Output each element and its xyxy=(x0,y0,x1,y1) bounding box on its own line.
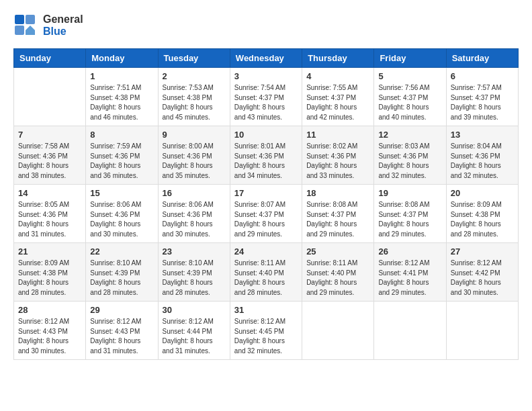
day-number: 27 xyxy=(451,246,514,257)
day-number: 29 xyxy=(90,305,153,315)
day-info: Sunrise: 8:11 AMSunset: 4:40 PMDaylight:… xyxy=(234,259,298,298)
day-info: Sunrise: 8:12 AMSunset: 4:42 PMDaylight:… xyxy=(451,259,514,298)
day-number: 11 xyxy=(306,130,369,140)
calendar-cell: 8Sunrise: 7:59 AMSunset: 4:36 PMDaylight… xyxy=(86,126,158,185)
calendar-cell: 11Sunrise: 8:02 AMSunset: 4:36 PMDayligh… xyxy=(302,126,374,185)
day-number: 21 xyxy=(18,246,81,257)
day-info: Sunrise: 8:12 AMSunset: 4:45 PMDaylight:… xyxy=(234,317,298,356)
day-info: Sunrise: 8:09 AMSunset: 4:38 PMDaylight:… xyxy=(18,259,81,298)
logo-blue: Blue xyxy=(43,26,66,37)
day-info: Sunrise: 7:57 AMSunset: 4:37 PMDaylight:… xyxy=(451,83,514,122)
day-info: Sunrise: 7:54 AMSunset: 4:37 PMDaylight:… xyxy=(234,83,298,122)
day-number: 22 xyxy=(90,246,153,257)
day-number: 20 xyxy=(451,188,514,198)
day-number: 10 xyxy=(234,130,298,140)
day-info: Sunrise: 8:01 AMSunset: 4:36 PMDaylight:… xyxy=(234,142,298,181)
day-info: Sunrise: 8:09 AMSunset: 4:38 PMDaylight:… xyxy=(451,200,514,239)
calendar-cell: 24Sunrise: 8:11 AMSunset: 4:40 PMDayligh… xyxy=(230,243,302,302)
day-number: 30 xyxy=(163,305,226,315)
logo-icon xyxy=(13,13,38,38)
day-info: Sunrise: 8:03 AMSunset: 4:36 PMDaylight:… xyxy=(378,142,441,181)
calendar-cell: 6Sunrise: 7:57 AMSunset: 4:37 PMDaylight… xyxy=(446,68,518,126)
calendar-cell: 27Sunrise: 8:12 AMSunset: 4:42 PMDayligh… xyxy=(446,243,518,302)
calendar-cell xyxy=(14,68,86,126)
weekday-header-sunday: Sunday xyxy=(14,49,86,68)
calendar-cell xyxy=(374,302,446,360)
day-info: Sunrise: 8:06 AMSunset: 4:36 PMDaylight:… xyxy=(90,200,153,239)
calendar-cell: 16Sunrise: 8:06 AMSunset: 4:36 PMDayligh… xyxy=(158,185,230,243)
day-number: 18 xyxy=(306,188,369,198)
day-info: Sunrise: 8:05 AMSunset: 4:36 PMDaylight:… xyxy=(18,200,81,239)
day-info: Sunrise: 8:12 AMSunset: 4:43 PMDaylight:… xyxy=(90,317,153,356)
day-info: Sunrise: 8:08 AMSunset: 4:37 PMDaylight:… xyxy=(306,200,369,239)
day-info: Sunrise: 8:08 AMSunset: 4:37 PMDaylight:… xyxy=(378,200,441,239)
day-number: 7 xyxy=(18,130,81,140)
weekday-header-tuesday: Tuesday xyxy=(158,49,230,68)
calendar-cell: 22Sunrise: 8:10 AMSunset: 4:39 PMDayligh… xyxy=(86,243,158,302)
day-info: Sunrise: 8:12 AMSunset: 4:41 PMDaylight:… xyxy=(378,259,441,298)
calendar-cell: 23Sunrise: 8:10 AMSunset: 4:39 PMDayligh… xyxy=(158,243,230,302)
calendar-cell: 1Sunrise: 7:51 AMSunset: 4:38 PMDaylight… xyxy=(86,68,158,126)
weekday-header-monday: Monday xyxy=(86,49,158,68)
svg-rect-2 xyxy=(15,26,24,35)
day-number: 3 xyxy=(234,71,298,81)
day-info: Sunrise: 8:00 AMSunset: 4:36 PMDaylight:… xyxy=(163,142,226,181)
day-number: 24 xyxy=(234,246,298,257)
weekday-header-friday: Friday xyxy=(374,49,446,68)
calendar-cell: 7Sunrise: 7:58 AMSunset: 4:36 PMDaylight… xyxy=(14,126,86,185)
calendar-header: SundayMondayTuesdayWednesdayThursdayFrid… xyxy=(14,49,519,68)
calendar-cell: 18Sunrise: 8:08 AMSunset: 4:37 PMDayligh… xyxy=(302,185,374,243)
calendar-cell: 19Sunrise: 8:08 AMSunset: 4:37 PMDayligh… xyxy=(374,185,446,243)
day-info: Sunrise: 8:04 AMSunset: 4:36 PMDaylight:… xyxy=(451,142,514,181)
calendar-week-4: 21Sunrise: 8:09 AMSunset: 4:38 PMDayligh… xyxy=(14,243,519,302)
day-number: 31 xyxy=(234,305,298,315)
day-number: 19 xyxy=(378,188,441,198)
page-header: General Blue xyxy=(13,13,519,38)
calendar-cell: 2Sunrise: 7:53 AMSunset: 4:38 PMDaylight… xyxy=(158,68,230,126)
day-number: 2 xyxy=(163,71,226,81)
calendar-cell: 9Sunrise: 8:00 AMSunset: 4:36 PMDaylight… xyxy=(158,126,230,185)
weekday-header-wednesday: Wednesday xyxy=(230,49,302,68)
day-number: 23 xyxy=(163,246,226,257)
day-number: 8 xyxy=(90,130,153,140)
day-info: Sunrise: 7:58 AMSunset: 4:36 PMDaylight:… xyxy=(18,142,81,181)
calendar-cell: 15Sunrise: 8:06 AMSunset: 4:36 PMDayligh… xyxy=(86,185,158,243)
day-number: 17 xyxy=(234,188,298,198)
day-number: 28 xyxy=(18,305,81,315)
calendar-cell: 31Sunrise: 8:12 AMSunset: 4:45 PMDayligh… xyxy=(230,302,302,360)
day-number: 13 xyxy=(451,130,514,140)
calendar-cell: 3Sunrise: 7:54 AMSunset: 4:37 PMDaylight… xyxy=(230,68,302,126)
calendar-cell: 14Sunrise: 8:05 AMSunset: 4:36 PMDayligh… xyxy=(14,185,86,243)
logo-name: General Blue xyxy=(43,13,83,37)
day-info: Sunrise: 8:12 AMSunset: 4:44 PMDaylight:… xyxy=(163,317,226,356)
calendar-cell: 28Sunrise: 8:12 AMSunset: 4:43 PMDayligh… xyxy=(14,302,86,360)
svg-rect-0 xyxy=(15,15,24,24)
calendar-table: SundayMondayTuesdayWednesdayThursdayFrid… xyxy=(13,48,519,360)
day-info: Sunrise: 8:02 AMSunset: 4:36 PMDaylight:… xyxy=(306,142,369,181)
calendar-cell: 4Sunrise: 7:55 AMSunset: 4:37 PMDaylight… xyxy=(302,68,374,126)
logo: General Blue xyxy=(13,13,83,38)
calendar-week-1: 1Sunrise: 7:51 AMSunset: 4:38 PMDaylight… xyxy=(14,68,519,126)
day-number: 16 xyxy=(163,188,226,198)
calendar-week-2: 7Sunrise: 7:58 AMSunset: 4:36 PMDaylight… xyxy=(14,126,519,185)
day-number: 6 xyxy=(451,71,514,81)
calendar-cell: 12Sunrise: 8:03 AMSunset: 4:36 PMDayligh… xyxy=(374,126,446,185)
day-number: 4 xyxy=(306,71,369,81)
calendar-cell: 10Sunrise: 8:01 AMSunset: 4:36 PMDayligh… xyxy=(230,126,302,185)
day-info: Sunrise: 8:11 AMSunset: 4:40 PMDaylight:… xyxy=(306,259,369,298)
day-number: 9 xyxy=(163,130,226,140)
calendar-cell: 21Sunrise: 8:09 AMSunset: 4:38 PMDayligh… xyxy=(14,243,86,302)
day-info: Sunrise: 8:12 AMSunset: 4:43 PMDaylight:… xyxy=(18,317,81,356)
calendar-body: 1Sunrise: 7:51 AMSunset: 4:38 PMDaylight… xyxy=(14,68,519,360)
calendar-cell: 13Sunrise: 8:04 AMSunset: 4:36 PMDayligh… xyxy=(446,126,518,185)
day-info: Sunrise: 7:59 AMSunset: 4:36 PMDaylight:… xyxy=(90,142,153,181)
calendar-cell: 17Sunrise: 8:07 AMSunset: 4:37 PMDayligh… xyxy=(230,185,302,243)
calendar-week-3: 14Sunrise: 8:05 AMSunset: 4:36 PMDayligh… xyxy=(14,185,519,243)
calendar-week-5: 28Sunrise: 8:12 AMSunset: 4:43 PMDayligh… xyxy=(14,302,519,360)
day-info: Sunrise: 8:07 AMSunset: 4:37 PMDaylight:… xyxy=(234,200,298,239)
day-info: Sunrise: 7:56 AMSunset: 4:37 PMDaylight:… xyxy=(378,83,441,122)
day-number: 1 xyxy=(90,71,153,81)
weekday-header-thursday: Thursday xyxy=(302,49,374,68)
day-info: Sunrise: 8:06 AMSunset: 4:36 PMDaylight:… xyxy=(163,200,226,239)
calendar-cell: 26Sunrise: 8:12 AMSunset: 4:41 PMDayligh… xyxy=(374,243,446,302)
